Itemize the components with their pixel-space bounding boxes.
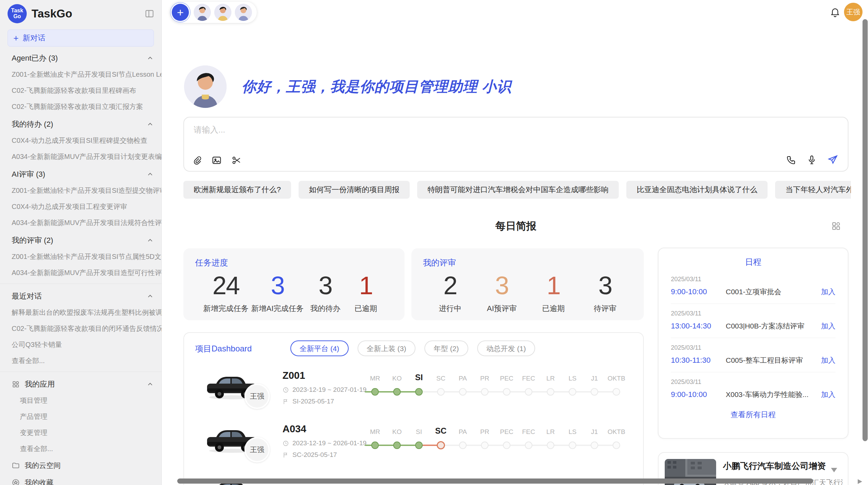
horizontal-scrollbar[interactable] bbox=[177, 478, 813, 484]
milestone-dot[interactable] bbox=[525, 388, 532, 396]
milestone-dot[interactable] bbox=[437, 388, 445, 396]
sidebar-item[interactable]: C0X4-动力总成开发项目SI里程碑提交物检查 bbox=[0, 133, 161, 149]
microphone-icon[interactable] bbox=[807, 155, 817, 165]
new-chat-button[interactable]: + 新对话 bbox=[8, 29, 154, 47]
send-icon[interactable] bbox=[827, 154, 838, 165]
milestone-dot[interactable] bbox=[393, 388, 401, 396]
recent-conversation-item[interactable]: 查看全部... bbox=[0, 353, 161, 369]
app-item[interactable]: 变更管理 bbox=[0, 425, 161, 441]
phone-icon[interactable] bbox=[786, 155, 796, 165]
chat-input[interactable]: 请输入... bbox=[183, 117, 848, 172]
sidebar-item[interactable]: Z001-全新燃油皮卡产品开发项目SI节点Lesson Learn报告 bbox=[0, 66, 161, 83]
join-link[interactable]: 加入 bbox=[821, 287, 835, 297]
app-item[interactable]: 产品管理 bbox=[0, 409, 161, 425]
milestone-dot[interactable] bbox=[569, 442, 576, 449]
milestone-dot[interactable] bbox=[547, 388, 554, 396]
milestone-dot[interactable] bbox=[437, 441, 445, 449]
suggestion-chip-5[interactable]: 当下年轻人对汽车外观有怎样的喜好趋势 bbox=[775, 181, 851, 199]
join-link[interactable]: 加入 bbox=[821, 390, 835, 399]
join-link[interactable]: 加入 bbox=[821, 356, 835, 365]
sidebar-section-header[interactable]: AI评审 (3) bbox=[0, 165, 161, 183]
chevron-up-icon[interactable] bbox=[146, 121, 154, 128]
sidebar-section-header[interactable]: 我的待办 (2) bbox=[0, 115, 161, 133]
schedule-row: 13:00-14:30C003|H0B-方案冻结评审加入 bbox=[671, 321, 835, 331]
milestone-dot[interactable] bbox=[569, 388, 576, 396]
dashboard-tab-3[interactable]: 年型 (2) bbox=[424, 340, 468, 356]
app-item[interactable]: 项目管理 bbox=[0, 393, 161, 409]
recent-conversation-item[interactable]: 公司Q3轻卡销量 bbox=[0, 337, 161, 353]
scroll-right-arrow[interactable] bbox=[858, 479, 862, 484]
dashboard-tab-4[interactable]: 动总开发 (1) bbox=[477, 340, 535, 356]
my-apps-header[interactable]: 我的应用 bbox=[0, 375, 161, 393]
recent-conversation-item[interactable]: C02-飞腾新能源轻客改款项目的闭环通告反馈情况 bbox=[0, 321, 161, 337]
agent-avatar-1[interactable] bbox=[194, 4, 211, 21]
chevron-up-icon[interactable] bbox=[146, 171, 154, 178]
chevron-up-icon[interactable] bbox=[146, 54, 154, 62]
recent-conversation-item[interactable]: 解释最新出台的欧盟报废车法规再生塑料比例被调至15%... bbox=[0, 304, 161, 321]
stat-card-title: 我的评审 bbox=[423, 257, 632, 268]
scissors-icon[interactable] bbox=[231, 155, 242, 165]
milestone-dot[interactable] bbox=[591, 442, 598, 449]
milestone-dot[interactable] bbox=[481, 388, 489, 396]
milestone-dot[interactable] bbox=[415, 388, 423, 396]
milestone-dot[interactable] bbox=[613, 442, 620, 449]
project-name[interactable]: A034 bbox=[282, 423, 306, 435]
app-item[interactable]: 查看全部... bbox=[0, 441, 161, 457]
milestone-dot[interactable] bbox=[503, 442, 510, 449]
composer-right-icons bbox=[786, 154, 838, 165]
sidebar-item-cloud[interactable]: 我的云空间 bbox=[0, 457, 161, 474]
sidebar-item[interactable]: Z001-全新燃油轻卡产品开发项目SI造型提交物评审 bbox=[0, 183, 161, 199]
task-progress-card: 任务进度 24新增完成任务3新增AI完成任务3我的待办1已逾期 bbox=[183, 248, 405, 320]
sidebar-item-favorites[interactable]: 我的收藏 bbox=[0, 474, 161, 485]
sidebar-item[interactable]: C0X4-动力总成开发项目工程变更评审 bbox=[0, 199, 161, 215]
milestone-dot[interactable] bbox=[547, 442, 554, 449]
bell-icon[interactable] bbox=[830, 6, 841, 18]
main-area: + 王强 你好，王强，我是你的项目管理助理 小识 请输入... bbox=[162, 0, 868, 485]
milestone-dot[interactable] bbox=[459, 442, 467, 449]
milestone-label: OKTB bbox=[605, 375, 627, 382]
milestone-dot[interactable] bbox=[525, 442, 532, 449]
agent-avatar-2[interactable] bbox=[214, 4, 231, 21]
user-avatar[interactable]: 王强 bbox=[844, 3, 863, 21]
metric: 24新增完成任务 bbox=[203, 271, 249, 314]
milestone-dot[interactable] bbox=[503, 388, 510, 396]
image-icon[interactable] bbox=[212, 155, 222, 165]
add-agent-button[interactable]: + bbox=[172, 4, 189, 21]
chevron-up-icon[interactable] bbox=[146, 381, 154, 388]
sidebar-item[interactable]: A034-全新新能源MUV产品开发项目计划变更表编写 bbox=[0, 149, 161, 165]
sidebar-section-header[interactable]: 我的评审 (2) bbox=[0, 231, 161, 249]
milestone-dot[interactable] bbox=[371, 442, 379, 449]
dashboard-tab-1[interactable]: 全新平台 (4) bbox=[290, 340, 349, 356]
sidebar-item[interactable]: C02-飞腾新能源轻客改款项目立项汇报方案 bbox=[0, 99, 161, 115]
chevron-up-icon[interactable] bbox=[146, 293, 154, 300]
sidebar-item[interactable]: Z001-全新燃油轻卡产品开发项目SI节点属性5D文件评审 bbox=[0, 249, 161, 265]
sidebar-item[interactable]: A034-全新新能源MUV产品开发项目造型可行性评审 bbox=[0, 265, 161, 281]
scroll-down-arrow[interactable] bbox=[831, 468, 837, 472]
project-name[interactable]: Z001 bbox=[282, 370, 305, 381]
schedule-row: 9:00-10:00C001-立项审批会加入 bbox=[671, 287, 835, 297]
vertical-scrollbar[interactable] bbox=[863, 19, 868, 441]
agent-avatar-3[interactable] bbox=[235, 4, 252, 21]
dashboard-tab-2[interactable]: 全新上装 (3) bbox=[358, 340, 416, 356]
join-link[interactable]: 加入 bbox=[821, 321, 835, 331]
paperclip-icon[interactable] bbox=[192, 155, 202, 165]
chevron-up-icon[interactable] bbox=[146, 237, 154, 244]
suggestion-chip-2[interactable]: 如何写一份清晰的项目周报 bbox=[299, 181, 410, 199]
milestone-dot[interactable] bbox=[371, 388, 379, 396]
milestone-dot[interactable] bbox=[459, 388, 467, 396]
sidebar-item[interactable]: A034-全新新能源MUV产品开发项目法规符合性评审 bbox=[0, 215, 161, 231]
milestone-dot[interactable] bbox=[393, 442, 401, 449]
sidebar-toggle-icon[interactable] bbox=[144, 9, 155, 18]
sidebar-section-header[interactable]: Agent已办 (3) bbox=[0, 49, 161, 66]
milestone-dot[interactable] bbox=[481, 442, 489, 449]
milestone-dot[interactable] bbox=[415, 442, 423, 449]
recent-conversations-header[interactable]: 最近对话 bbox=[0, 287, 161, 304]
suggestion-chip-4[interactable]: 比亚迪全固态电池计划具体说了什么 bbox=[626, 181, 768, 199]
grid-squares-icon[interactable] bbox=[831, 221, 841, 231]
suggestion-chip-3[interactable]: 特朗普可能对进口汽车增税会对中国车企造成哪些影响 bbox=[417, 181, 619, 199]
milestone-dot[interactable] bbox=[613, 388, 620, 396]
suggestion-chip-1[interactable]: 欧洲新规最近颁布了什么? bbox=[183, 181, 291, 199]
sidebar-item[interactable]: C02-飞腾新能源轻客改款项目里程碑画布 bbox=[0, 83, 161, 99]
milestone-dot[interactable] bbox=[591, 388, 598, 396]
view-all-schedule-link[interactable]: 查看所有日程 bbox=[659, 410, 848, 420]
